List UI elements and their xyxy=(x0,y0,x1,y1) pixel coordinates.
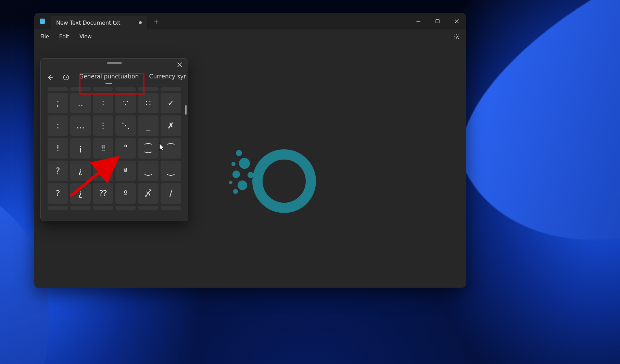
symbol-cell[interactable]: : xyxy=(48,115,68,136)
maximize-button[interactable] xyxy=(428,13,447,29)
category-general-punctuation[interactable]: General punctuation xyxy=(77,70,141,85)
svg-rect-3 xyxy=(41,22,43,23)
panel-grip[interactable] xyxy=(41,59,188,67)
watermark-graphic xyxy=(226,143,318,215)
symbol-cell[interactable]: ⁐ xyxy=(138,138,159,159)
menu-file[interactable]: File xyxy=(36,32,54,42)
symbol-cell[interactable]: ‿ xyxy=(138,161,159,181)
svg-point-7 xyxy=(239,158,250,169)
symbol-cell[interactable] xyxy=(115,87,136,91)
svg-rect-4 xyxy=(436,20,439,23)
back-button[interactable] xyxy=(43,71,57,84)
symbol-cell[interactable] xyxy=(161,206,181,210)
svg-point-6 xyxy=(257,154,311,208)
symbol-cell[interactable] xyxy=(70,87,91,91)
symbol-cell[interactable]: ⁇ xyxy=(93,183,113,204)
menubar: File Edit View xyxy=(34,29,466,44)
symbol-cell[interactable]: ; xyxy=(48,93,68,113)
titlebar: New Text Document.txt — xyxy=(34,13,466,29)
svg-point-12 xyxy=(233,189,238,194)
symbol-cell[interactable]: ¡ xyxy=(70,138,91,159)
svg-rect-1 xyxy=(41,20,44,21)
symbol-cell[interactable]: ∷ xyxy=(138,93,159,113)
symbol-cell[interactable]: ⋱ xyxy=(115,115,136,136)
symbol-cell[interactable]: ¿ xyxy=(70,183,91,204)
symbol-cell[interactable]: ! xyxy=(48,138,68,159)
panel-scrollbar[interactable] xyxy=(185,105,187,115)
symbol-cell[interactable]: ‼ xyxy=(93,138,113,159)
symbol-cell[interactable] xyxy=(48,87,68,91)
svg-point-11 xyxy=(238,180,247,190)
text-caret xyxy=(41,48,41,56)
menu-edit[interactable]: Edit xyxy=(54,32,74,42)
tab-strip: New Text Document.txt xyxy=(34,13,409,29)
symbol-cell[interactable]: ⋮ xyxy=(93,115,113,136)
symbol-cell[interactable] xyxy=(115,206,136,210)
symbol-cell[interactable] xyxy=(138,87,159,91)
svg-point-9 xyxy=(232,171,240,178)
svg-rect-2 xyxy=(41,21,44,22)
symbol-cell[interactable]: º xyxy=(115,183,136,204)
minimize-button[interactable]: — xyxy=(409,13,428,29)
close-window-button[interactable] xyxy=(447,13,466,29)
svg-point-14 xyxy=(229,181,232,184)
menu-view[interactable]: View xyxy=(75,32,97,42)
symbol-grid: ;‥∶∵∷✓:…⋮⋱_✗!¡‼°⁐⁀?¿⁈ª‿‿?¿⁇º〆/ xyxy=(48,87,185,204)
symbol-cell[interactable]: / xyxy=(161,183,181,204)
symbol-cell[interactable]: ✓ xyxy=(161,93,181,113)
category-row: General punctuation Currency symb xyxy=(41,67,188,87)
symbol-cell[interactable]: ⁈ xyxy=(93,161,113,181)
settings-button[interactable] xyxy=(451,31,462,42)
symbol-cell[interactable]: ‿ xyxy=(161,161,181,181)
symbol-cell[interactable]: ° xyxy=(115,138,136,159)
symbol-cell[interactable]: ¿ xyxy=(70,161,91,181)
symbol-panel: General punctuation Currency symb ;‥∶∵∷✓… xyxy=(40,58,188,221)
symbol-cell[interactable]: … xyxy=(70,115,91,136)
symbol-cell[interactable] xyxy=(70,206,91,210)
symbol-cell[interactable]: 〆 xyxy=(138,183,159,204)
svg-point-13 xyxy=(248,172,254,178)
symbol-cell[interactable] xyxy=(138,206,159,210)
symbol-cell[interactable]: ∶ xyxy=(93,93,113,113)
symbol-cell[interactable]: _ xyxy=(138,115,159,136)
svg-point-5 xyxy=(456,36,458,38)
symbol-cell[interactable]: ∵ xyxy=(115,93,136,113)
svg-point-10 xyxy=(231,162,236,166)
notepad-icon xyxy=(34,18,51,24)
tab-dirty-dot xyxy=(139,21,142,24)
symbol-cell[interactable]: ‥ xyxy=(70,93,91,113)
new-tab-button[interactable] xyxy=(149,15,163,29)
symbol-cell[interactable] xyxy=(93,206,113,210)
symbol-cell[interactable] xyxy=(161,87,181,91)
category-currency-symbols[interactable]: Currency symb xyxy=(147,70,186,85)
recent-button[interactable] xyxy=(59,71,73,84)
symbol-cell[interactable]: ? xyxy=(48,161,68,181)
tab-active[interactable]: New Text Document.txt xyxy=(51,16,147,29)
category-scroll[interactable]: General punctuation Currency symb xyxy=(75,70,186,85)
symbol-cell[interactable]: ⁀ xyxy=(161,138,181,159)
symbol-cell[interactable]: ? xyxy=(48,183,68,204)
symbol-cell[interactable]: ✗ xyxy=(161,115,181,136)
window-controls: — xyxy=(409,13,466,29)
symbol-cell[interactable] xyxy=(93,87,113,91)
tab-title: New Text Document.txt xyxy=(56,20,120,26)
symbol-grid-wrap: ;‥∶∵∷✓:…⋮⋱_✗!¡‼°⁐⁀?¿⁈ª‿‿?¿⁇º〆/ xyxy=(41,87,188,221)
symbol-cell[interactable]: ª xyxy=(115,161,136,181)
symbol-cell[interactable] xyxy=(48,206,68,210)
svg-point-8 xyxy=(236,150,242,156)
panel-close-button[interactable] xyxy=(174,59,185,70)
